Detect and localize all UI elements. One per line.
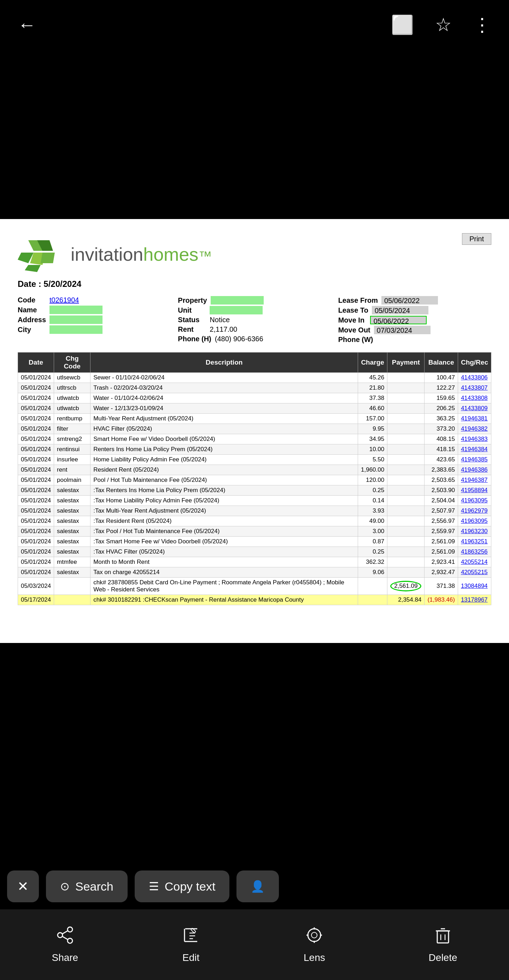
col-description: Description <box>91 353 358 373</box>
lens-nav-item[interactable]: Lens <box>304 926 325 963</box>
svg-rect-24 <box>437 931 448 943</box>
cell-description: :Tax Multi-Year Rent Adjustment (05/2024… <box>91 506 358 516</box>
share-icon <box>56 926 74 948</box>
cell-date: 05/01/2024 <box>18 496 54 506</box>
cell-description: Month to Month Rent <box>91 557 358 567</box>
cell-chg-rec[interactable]: 13084894 <box>458 578 491 595</box>
cell-charge: 37.38 <box>358 393 388 403</box>
cell-charge: 0.14 <box>358 496 388 506</box>
star-icon[interactable]: ☆ <box>435 14 452 35</box>
cell-charge: 5.50 <box>358 455 388 465</box>
print-button[interactable]: Print <box>462 233 491 245</box>
close-action-button[interactable]: ✕ <box>7 870 39 902</box>
cast-icon[interactable]: ⬜ <box>391 14 414 36</box>
lease-from-value: 05/06/2022 <box>381 296 438 304</box>
edit-label: Edit <box>182 952 199 963</box>
cell-chg-rec[interactable]: 41433806 <box>458 373 491 383</box>
cell-description: Home Liability Policy Admin Fee (05/2024… <box>91 455 358 465</box>
cell-chg-rec[interactable]: 41946383 <box>458 434 491 444</box>
code-value[interactable]: t0261904 <box>49 296 79 304</box>
cell-chg-rec[interactable]: 41433807 <box>458 383 491 393</box>
person-action-button[interactable]: 👤 <box>236 870 279 902</box>
move-in-value: 05/06/2022 <box>370 316 427 324</box>
info-section: Code t0261904 Name Address City <box>18 296 491 345</box>
cell-balance: 418.15 <box>424 444 458 455</box>
black-space-bottom <box>0 643 509 749</box>
cell-payment <box>388 373 424 383</box>
cell-chg-rec[interactable]: 13178967 <box>458 595 491 605</box>
cell-chg-rec[interactable]: 42055215 <box>458 567 491 578</box>
cell-charge: 3.00 <box>358 527 388 537</box>
back-button[interactable]: ← <box>18 14 36 35</box>
status-value: Notice <box>210 316 230 324</box>
cell-charge <box>358 595 388 605</box>
cell-chg-rec[interactable]: 41433808 <box>458 393 491 403</box>
cell-chg-rec[interactable]: 41963251 <box>458 537 491 547</box>
cell-date: 05/01/2024 <box>18 516 54 527</box>
search-action-button[interactable]: ⊙ Search <box>46 870 128 902</box>
cell-chg-rec[interactable]: 41962979 <box>458 506 491 516</box>
cell-chg-code: mtmfee <box>54 557 91 567</box>
cell-chg-rec[interactable]: 41863256 <box>458 547 491 557</box>
table-row: 05/01/2024salestax:Tax Pool / Hot Tub Ma… <box>18 527 491 537</box>
cell-chg-code <box>54 578 91 595</box>
cell-charge: 120.00 <box>358 475 388 485</box>
delete-label: Delete <box>429 952 457 963</box>
cell-chg-rec[interactable]: 41963095 <box>458 496 491 506</box>
cell-chg-rec[interactable]: 41946385 <box>458 455 491 465</box>
cell-description: :Tax Home Liability Policy Admin Fee (05… <box>91 496 358 506</box>
cell-chg-rec[interactable]: 41946386 <box>458 465 491 475</box>
cell-description: Renters Ins Home Lia Policy Prem (05/202… <box>91 444 358 455</box>
cell-chg-rec[interactable]: 41963095 <box>458 516 491 527</box>
edit-nav-item[interactable]: Edit <box>182 926 200 963</box>
delete-nav-item[interactable]: Delete <box>429 926 457 963</box>
cell-chg-code: salestax <box>54 547 91 557</box>
table-container: Date Chg Code Description Charge Payment… <box>18 349 491 605</box>
top-bar: ← ⬜ ☆ ⋮ <box>0 0 509 49</box>
cell-chg-code: rentbump <box>54 414 91 424</box>
share-nav-item[interactable]: Share <box>52 926 78 963</box>
cell-chg-rec[interactable]: 41963230 <box>458 527 491 537</box>
table-row: 05/01/2024utlwatcbWater - 01/10/24-02/06… <box>18 393 491 403</box>
cell-chg-rec[interactable]: 41946382 <box>458 424 491 434</box>
cell-chg-code: insurlee <box>54 455 91 465</box>
cell-description: Trash - 02/20/24-03/20/24 <box>91 383 358 393</box>
cell-payment <box>388 506 424 516</box>
cell-date: 05/17/2024 <box>18 595 54 605</box>
svg-point-8 <box>67 938 72 943</box>
more-menu-icon[interactable]: ⋮ <box>473 14 491 35</box>
cell-date: 05/03/2024 <box>18 578 54 595</box>
cell-payment <box>388 434 424 444</box>
cell-chg-rec[interactable]: 41946384 <box>458 444 491 455</box>
cell-date: 05/01/2024 <box>18 485 54 496</box>
action-bar: ✕ ⊙ Search ☰ Copy text 👤 <box>0 870 509 902</box>
cell-date: 05/01/2024 <box>18 424 54 434</box>
cell-date: 05/01/2024 <box>18 547 54 557</box>
cell-chg-rec[interactable]: 41946387 <box>458 475 491 485</box>
property-value <box>211 296 264 304</box>
cell-date: 05/01/2024 <box>18 444 54 455</box>
cell-chg-code <box>54 595 91 605</box>
document-area: Print invitationhomes™ Date : 5/20/202 <box>0 219 509 643</box>
person-icon: 👤 <box>251 880 265 893</box>
copy-text-action-button[interactable]: ☰ Copy text <box>135 870 230 902</box>
cell-chg-rec[interactable]: 41946381 <box>458 414 491 424</box>
logo-section: invitationhomes™ <box>18 237 462 272</box>
cell-balance: 206.25 <box>424 403 458 414</box>
cell-description: :Tax HVAC Filter (05/2024) <box>91 547 358 557</box>
cell-chg-rec[interactable]: 42055214 <box>458 557 491 567</box>
cell-chg-rec[interactable]: 41958894 <box>458 485 491 496</box>
cell-balance: 2,507.97 <box>424 506 458 516</box>
lens-icon <box>305 926 324 948</box>
cell-payment <box>388 465 424 475</box>
name-value <box>49 305 102 314</box>
cell-date: 05/01/2024 <box>18 465 54 475</box>
cell-chg-code: utlsewcb <box>54 373 91 383</box>
lease-from-label: Lease From <box>338 296 378 304</box>
col-chg-code: Chg Code <box>54 353 91 373</box>
unit-label: Unit <box>178 306 206 314</box>
svg-line-9 <box>62 931 67 934</box>
cell-charge: 1,960.00 <box>358 465 388 475</box>
cell-charge: 46.60 <box>358 403 388 414</box>
cell-chg-rec[interactable]: 41433809 <box>458 403 491 414</box>
